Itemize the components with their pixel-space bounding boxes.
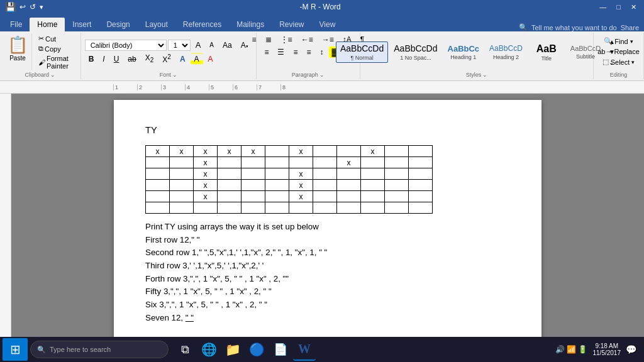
grow-font-button[interactable]: A	[192, 39, 205, 51]
bullets-button[interactable]: ≡	[248, 34, 260, 45]
clipboard-group: 📋 Paste ✂ Cut ⧉ Copy 🖌 Format Painter C	[0, 33, 81, 79]
windows-icon: ⊞	[10, 342, 21, 357]
italic-button[interactable]: I	[99, 53, 108, 65]
style-no-spacing[interactable]: AaBbCcDd 1 No Spac...	[389, 41, 441, 63]
table-row: x x x x x x x	[146, 146, 433, 157]
tab-view[interactable]: View	[312, 18, 343, 31]
ruler: 1 2 3 4 5 6 7 8	[0, 81, 644, 94]
styles-group: AaBbCcDd ¶ Normal AaBbCcDd 1 No Spac... …	[360, 33, 594, 79]
clipboard-expand-icon[interactable]: ⌄	[50, 72, 55, 78]
change-case-button[interactable]: Aa	[219, 40, 236, 51]
find-icon: 🔍	[604, 37, 613, 45]
tab-home[interactable]: Home	[30, 18, 65, 31]
justify-button[interactable]: ≡	[303, 47, 314, 58]
clipboard-small-buttons: ✂ Cut ⧉ Copy 🖌 Format Painter	[36, 34, 77, 70]
style-title[interactable]: AaB Title	[528, 41, 565, 63]
start-button[interactable]: ⊞	[3, 338, 28, 361]
superscript-button[interactable]: X2	[158, 52, 175, 65]
word-taskbar-button[interactable]: W	[293, 338, 316, 361]
replace-icon: ab→	[597, 48, 612, 55]
close-btn[interactable]: ✕	[628, 3, 639, 11]
font-group: Calibri (Body) 11 A A Aa A▾ B I U ab X2	[81, 33, 257, 79]
format-painter-icon: 🖌	[38, 58, 45, 66]
styles-container: AaBbCcDd ¶ Normal AaBbCcDd 1 No Spac... …	[336, 41, 605, 63]
title-bar-left: 💾 ↩ ↺ ▾	[5, 2, 43, 12]
align-left-button[interactable]: ≡	[260, 47, 272, 58]
styles-expand-icon[interactable]: ⌄	[482, 72, 487, 78]
font-row2: B I U ab X2 X2 A A A	[85, 52, 252, 65]
font-size-select[interactable]: 11	[168, 40, 191, 51]
shrink-font-button[interactable]: A	[206, 40, 218, 50]
cut-icon: ✂	[38, 35, 44, 43]
notification-icon[interactable]: 💬	[626, 344, 636, 354]
cut-button[interactable]: ✂ Cut	[36, 34, 77, 43]
style-normal[interactable]: AaBbCcDd ¶ Normal	[336, 41, 388, 63]
paste-button[interactable]: 📋 Paste	[4, 34, 32, 70]
quick-redo[interactable]: ↺	[30, 3, 36, 11]
tab-layout[interactable]: Layout	[138, 18, 175, 31]
minimize-btn[interactable]: —	[597, 3, 609, 11]
tab-design[interactable]: Design	[99, 18, 137, 31]
tell-me-input[interactable]: Tell me what you want to do	[531, 24, 617, 31]
table-row: x x	[146, 168, 433, 180]
edge-button[interactable]: 🌐	[197, 338, 220, 361]
window-title: -M R - Word	[300, 3, 341, 11]
increase-indent-button[interactable]: →≡	[318, 34, 338, 45]
text-effects-button[interactable]: A	[176, 53, 189, 65]
word-icon: 💾	[5, 2, 16, 12]
edge-icon: 🌐	[201, 342, 217, 357]
bold-button[interactable]: B	[85, 53, 98, 65]
taskbar-time[interactable]: 9:18 AM 11/5/2017	[593, 343, 621, 356]
taskview-button[interactable]: ⧉	[174, 338, 196, 361]
style-heading2[interactable]: AaBbCcD Heading 2	[485, 42, 527, 62]
format-painter-button[interactable]: 🖌 Format Painter	[36, 54, 77, 70]
word-taskbar-icon: W	[298, 342, 311, 356]
doc-line-3: Third row 3,' ',1,"x",5,' ',1,"x",2,' '	[145, 260, 510, 272]
replace-button[interactable]: ab→ Replace	[595, 47, 642, 56]
document-page[interactable]: TY x x x x x x x	[114, 100, 541, 351]
tab-references[interactable]: References	[175, 18, 229, 31]
line-spacing-button[interactable]: ↕	[316, 47, 328, 58]
table-row	[146, 202, 433, 214]
tab-review[interactable]: Review	[272, 18, 311, 31]
explorer-button[interactable]: 📁	[221, 338, 244, 361]
tab-file[interactable]: File	[3, 18, 30, 31]
style-heading1[interactable]: AaBbCc Heading 1	[443, 42, 484, 63]
doc-line-0: Print TY using arrays the way it is set …	[145, 221, 510, 233]
page-container[interactable]: TY x x x x x x x	[11, 94, 644, 351]
chrome-button[interactable]: 🔵	[245, 338, 268, 361]
maximize-btn[interactable]: □	[614, 3, 623, 11]
font-name-select[interactable]: Calibri (Body)	[85, 40, 167, 51]
font-expand-icon[interactable]: ⌄	[172, 72, 177, 78]
strikethrough-button[interactable]: ab	[124, 53, 140, 65]
taskbar-right: 🔊 📶 🔋 9:18 AM 11/5/2017 💬	[555, 343, 641, 356]
decrease-indent-button[interactable]: ←≡	[297, 34, 317, 45]
underline-button[interactable]: U	[110, 53, 123, 65]
quick-undo[interactable]: ↩	[19, 3, 26, 11]
align-center-button[interactable]: ☰	[274, 47, 288, 58]
quick-menu[interactable]: ▾	[40, 3, 43, 11]
taskbar-icons: ⧉ 🌐 📁 🔵 📄 W	[174, 338, 316, 361]
text-highlight-color-button[interactable]: A	[191, 53, 203, 65]
acrobat-button[interactable]: 📄	[269, 338, 292, 361]
taskbar-search[interactable]: 🔍 Type here to search	[30, 341, 169, 358]
find-button[interactable]: 🔍 Find ▾	[601, 36, 635, 46]
document-title: TY	[145, 125, 510, 135]
tab-insert[interactable]: Insert	[65, 18, 99, 31]
font-color-button[interactable]: A	[204, 53, 217, 65]
copy-button[interactable]: ⧉ Copy	[36, 44, 77, 53]
numbering-button[interactable]: ≣	[262, 34, 275, 45]
doc-line-2: Second row 1," ",5,"x",1,' ',1,"x", 2," …	[145, 247, 510, 259]
ribbon-tabs: File Home Insert Design Layout Reference…	[0, 14, 644, 31]
ribbon: 📋 Paste ✂ Cut ⧉ Copy 🖌 Format Painter C	[0, 31, 644, 81]
seven-underline: " "	[186, 313, 194, 322]
select-icon: ⬚	[602, 58, 609, 66]
share-btn[interactable]: Share	[621, 24, 639, 31]
subscript-button[interactable]: X2	[142, 52, 158, 65]
document-table: x x x x x x x	[145, 145, 433, 214]
multilevel-button[interactable]: ⋮≡	[277, 34, 296, 45]
select-button[interactable]: ⬚ Select ▾	[600, 57, 638, 67]
align-right-button[interactable]: ≡	[289, 47, 301, 58]
tab-mailings[interactable]: Mailings	[229, 18, 272, 31]
paragraph-expand-icon[interactable]: ⌄	[319, 72, 325, 78]
